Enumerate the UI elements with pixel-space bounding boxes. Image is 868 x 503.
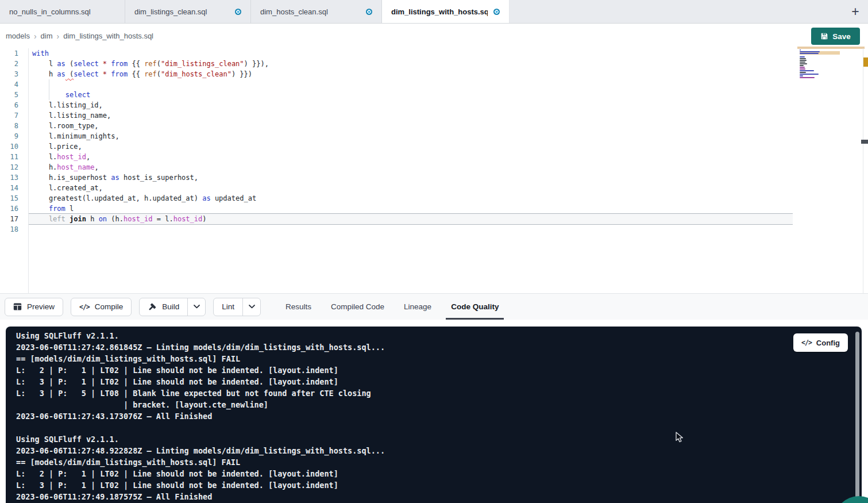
breadcrumb-item[interactable]: models (6, 32, 30, 40)
chevron-down-icon (249, 305, 255, 309)
minimap-line (800, 51, 820, 52)
line-number: 11 (0, 152, 28, 162)
terminal-scrollbar[interactable] (855, 332, 859, 502)
terminal-line: 2023-06-06T11:27:43.173076Z – All Finish… (16, 410, 787, 422)
code-line: l.minimum_nights, (29, 131, 793, 141)
code-brackets-icon: </> (801, 339, 812, 347)
code-line: select (29, 90, 793, 100)
build-label: Build (162, 302, 179, 311)
breadcrumb-separator: › (57, 32, 60, 41)
minimap-line (800, 70, 814, 71)
breadcrumb: models›dim›dim_listings_with_hosts.sql (0, 24, 868, 48)
panel-tab-lineage[interactable]: Lineage (394, 293, 441, 320)
breadcrumb-item[interactable]: dim_listings_with_hosts.sql (63, 32, 153, 40)
scroll-position-marker (861, 140, 868, 144)
code-line: from l (29, 203, 793, 214)
minimap-line (800, 72, 806, 73)
result-panel-tabs: ResultsCompiled CodeLineageCode Quality (276, 293, 508, 320)
terminal-line: Using SQLFluff v2.1.1. (16, 330, 787, 341)
code-line: l.created_at, (29, 183, 793, 193)
mouse-cursor (676, 432, 686, 446)
unsaved-changes-icon (235, 9, 241, 15)
line-number: 8 (0, 121, 28, 131)
file-tab[interactable]: no_nulls_in_columns.sql (0, 0, 125, 23)
breadcrumb-item[interactable]: dim (41, 32, 53, 40)
line-number: 6 (0, 100, 28, 110)
minimap (800, 49, 840, 80)
code-pane[interactable]: with l as (select * from {{ ref("dim_lis… (29, 48, 793, 235)
terminal-line: | bracket. [layout.cte_newline] (16, 399, 787, 410)
terminal-line: L: 3 | P: 5 | LT08 | Blank line expected… (16, 387, 787, 399)
code-line: left join h on (h.host_id = l.host_id) (29, 214, 793, 224)
line-number: 4 (0, 79, 28, 90)
preview-button[interactable]: Preview (5, 298, 63, 316)
line-number: 2 (0, 59, 28, 69)
lint-config-button[interactable]: </> Config (793, 333, 848, 352)
minimap-line (800, 62, 805, 63)
hammer-icon (148, 302, 157, 312)
minimap-line (800, 49, 801, 51)
line-number: 16 (0, 203, 28, 214)
file-tab-label: dim_listings_with_hosts.sql (391, 7, 488, 16)
minimap-line (800, 65, 804, 66)
code-line: h.is_superhost as host_is_superhost, (29, 172, 793, 183)
preview-label: Preview (27, 302, 55, 311)
file-tab-bar: no_nulls_in_columns.sqldim_listings_clea… (0, 0, 868, 24)
minimap-line (800, 63, 807, 64)
line-number: 9 (0, 131, 28, 141)
new-tab-button[interactable]: + (846, 0, 865, 23)
panel-tab-results[interactable]: Results (276, 293, 321, 320)
file-tab-label: no_nulls_in_columns.sql (9, 7, 115, 16)
code-line: with (29, 48, 793, 59)
lint-split-button: Lint (213, 298, 261, 316)
code-brackets-icon: </> (79, 303, 90, 311)
line-number: 1 (0, 48, 28, 59)
code-editor[interactable]: 123456789101112131415161718 with l as (s… (0, 48, 868, 293)
file-tabs: no_nulls_in_columns.sqldim_listings_clea… (0, 0, 510, 23)
line-number: 7 (0, 110, 28, 121)
code-line: l.listing_id, (29, 100, 793, 110)
compile-button[interactable]: </> Compile (71, 298, 132, 316)
code-line (29, 224, 793, 235)
minimap-top-strip (797, 47, 865, 49)
file-tab[interactable]: dim_listings_with_hosts.sql (382, 0, 510, 23)
save-icon (820, 32, 828, 40)
line-number-gutter: 123456789101112131415161718 (0, 48, 29, 293)
unsaved-changes-icon (493, 9, 500, 15)
lint-button[interactable]: Lint (214, 298, 242, 316)
panel-tab-code-quality[interactable]: Code Quality (441, 293, 508, 320)
code-line: l.listing_name, (29, 110, 793, 121)
code-line: h as (select * from {{ ref("dim_hosts_cl… (29, 69, 793, 79)
build-split-button: Build (139, 298, 206, 316)
panel-tab-compiled-code[interactable]: Compiled Code (321, 293, 394, 320)
line-number: 17 (0, 214, 28, 224)
terminal-line: == [models/dim/dim_listings_with_hosts.s… (16, 353, 787, 364)
code-line: l.price, (29, 141, 793, 152)
minimap-line (800, 67, 805, 68)
build-dropdown-button[interactable] (187, 298, 205, 316)
unsaved-changes-icon (366, 9, 372, 15)
lint-label: Lint (222, 302, 234, 311)
line-number: 14 (0, 183, 28, 193)
build-button[interactable]: Build (140, 298, 187, 316)
code-line: h.host_name, (29, 162, 793, 172)
minimap-line (800, 74, 819, 75)
terminal-line: L: 2 | P: 1 | LT02 | Line should not be … (16, 468, 787, 479)
terminal-line: 2023-06-06T11:27:49.187575Z – All Finish… (16, 491, 787, 502)
line-number: 3 (0, 69, 28, 79)
file-tab-label: dim_hosts_clean.sql (260, 7, 360, 16)
lint-dropdown-button[interactable] (242, 298, 260, 316)
file-tab[interactable]: dim_hosts_clean.sql (251, 0, 382, 23)
line-number: 5 (0, 90, 28, 100)
config-label: Config (816, 339, 840, 347)
line-number: 18 (0, 224, 28, 235)
save-button[interactable]: Save (811, 28, 860, 45)
terminal-line: == [models/dim/dim_listings_with_hosts.s… (16, 456, 787, 468)
line-number: 10 (0, 141, 28, 152)
minimap-line (800, 75, 803, 76)
line-number: 13 (0, 172, 28, 183)
overview-ruler (863, 48, 863, 293)
chevron-down-icon (194, 305, 200, 309)
minimap-line (800, 79, 840, 80)
file-tab[interactable]: dim_listings_clean.sql (125, 0, 251, 23)
